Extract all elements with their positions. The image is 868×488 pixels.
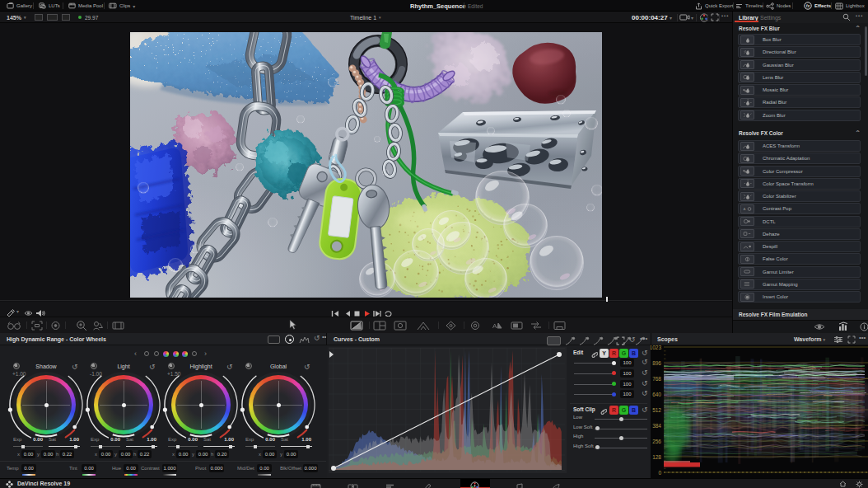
svg-text:fx: fx — [806, 3, 810, 8]
svg-text:896: 896 — [652, 360, 661, 366]
svg-text:384: 384 — [652, 423, 661, 429]
svg-text:256: 256 — [652, 439, 661, 444]
svg-text:A: A — [492, 322, 497, 330]
svg-text:512: 512 — [652, 407, 661, 413]
svg-text:A: A — [744, 207, 746, 211]
svg-text:128: 128 — [652, 454, 661, 460]
svg-text:768: 768 — [652, 376, 661, 382]
svg-text:0: 0 — [658, 470, 661, 476]
svg-text:1023: 1023 — [651, 345, 661, 350]
svg-text:640: 640 — [652, 392, 661, 397]
